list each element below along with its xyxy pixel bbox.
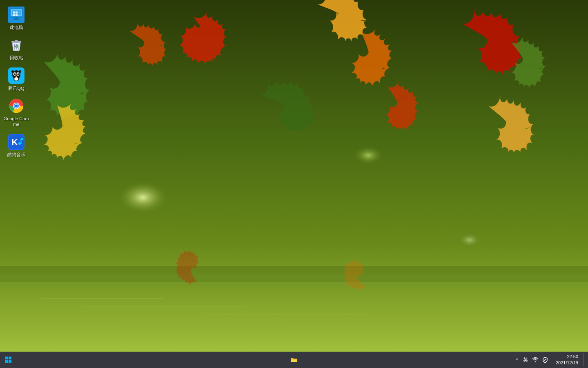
svg-text:K: K	[11, 137, 18, 147]
svg-point-35	[18, 74, 19, 74]
network-icon[interactable]	[531, 356, 539, 364]
svg-point-2	[290, 119, 421, 200]
taskbar: 英 22:50 2021/1	[0, 352, 588, 368]
taskbar-right: 英 22:50 2021/1	[512, 352, 588, 368]
desktop-icon-label-this-computer: 此电脑	[10, 25, 23, 30]
desktop-icon-label-kuwo: 酷狗音乐	[7, 152, 25, 157]
svg-point-34	[15, 74, 16, 74]
svg-rect-21	[16, 14, 18, 16]
svg-point-3	[384, 192, 498, 266]
svg-point-38	[11, 70, 14, 73]
security-icon[interactable]	[541, 356, 549, 364]
start-button[interactable]	[0, 352, 16, 368]
svg-marker-54	[516, 359, 518, 360]
svg-rect-14	[15, 17, 18, 19]
language-indicator[interactable]: 英	[521, 356, 530, 364]
svg-point-1	[94, 139, 257, 245]
desktop-icon-this-computer[interactable]: 此电脑	[2, 4, 31, 33]
svg-rect-49	[5, 357, 8, 359]
date-display: 2021/12/19	[556, 360, 578, 366]
desktop-icon-google-chrome[interactable]: Google Chrome	[2, 95, 31, 130]
monitor-icon	[8, 7, 24, 23]
taskbar-left	[0, 352, 16, 368]
chrome-icon	[8, 98, 24, 114]
show-desktop-button[interactable]	[583, 353, 585, 366]
taskbar-file-explorer[interactable]	[286, 352, 302, 368]
datetime-display[interactable]: 22:50 2021/12/19	[553, 354, 581, 366]
desktop-icon-label-chrome: Google Chrome	[3, 116, 29, 128]
svg-rect-15	[13, 19, 20, 20]
desktop-icon-label-qq: 腾讯QQ	[8, 85, 24, 91]
desktop: 此电脑 ♻ 回收站	[0, 0, 588, 352]
svg-rect-19	[16, 11, 18, 13]
svg-rect-20	[13, 14, 15, 16]
show-hidden-icons-button[interactable]	[514, 357, 520, 363]
svg-point-47	[18, 142, 21, 145]
desktop-icons-area: 此电脑 ♻ 回收站	[0, 0, 33, 162]
desktop-icon-recycle-bin[interactable]: ♻ 回收站	[2, 34, 31, 63]
time-display: 22:50	[567, 354, 578, 360]
desktop-icon-kuwo-music[interactable]: K 酷狗音乐	[2, 131, 31, 160]
taskbar-center-pinned	[286, 352, 302, 368]
kuwo-icon: K	[8, 134, 24, 150]
svg-rect-50	[9, 357, 11, 359]
svg-rect-7	[0, 286, 588, 352]
svg-rect-52	[9, 360, 11, 363]
svg-text:♻: ♻	[15, 44, 18, 49]
svg-point-37	[14, 77, 18, 81]
svg-rect-23	[15, 40, 18, 41]
recycle-bin-icon: ♻	[8, 37, 24, 53]
desktop-icon-label-recycle-bin: 回收站	[10, 55, 23, 61]
svg-point-55	[535, 361, 536, 362]
svg-rect-51	[5, 360, 8, 363]
svg-point-44	[15, 104, 18, 107]
svg-point-39	[19, 70, 21, 73]
qq-icon	[8, 67, 24, 84]
system-tray: 英	[512, 352, 551, 368]
desktop-icon-tencent-qq[interactable]: 腾讯QQ	[2, 65, 31, 94]
svg-rect-18	[13, 11, 15, 13]
